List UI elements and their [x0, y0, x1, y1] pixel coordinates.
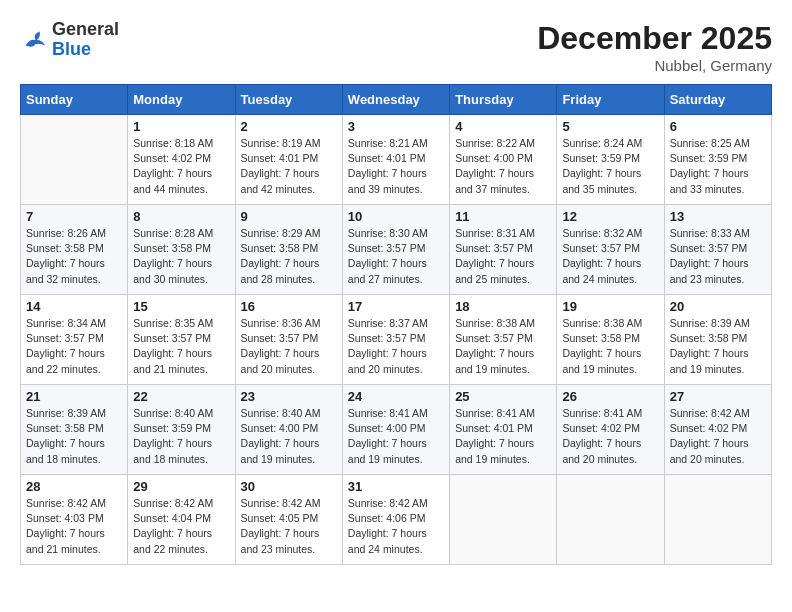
calendar-week-row: 28Sunrise: 8:42 AMSunset: 4:03 PMDayligh…: [21, 475, 772, 565]
calendar-table: SundayMondayTuesdayWednesdayThursdayFrid…: [20, 84, 772, 565]
calendar-cell: 12Sunrise: 8:32 AMSunset: 3:57 PMDayligh…: [557, 205, 664, 295]
weekday-header-row: SundayMondayTuesdayWednesdayThursdayFrid…: [21, 85, 772, 115]
calendar-cell: 1Sunrise: 8:18 AMSunset: 4:02 PMDaylight…: [128, 115, 235, 205]
logo-text: General Blue: [52, 20, 119, 60]
calendar-cell: [21, 115, 128, 205]
day-info: Sunrise: 8:39 AMSunset: 3:58 PMDaylight:…: [26, 406, 122, 467]
calendar-cell: 10Sunrise: 8:30 AMSunset: 3:57 PMDayligh…: [342, 205, 449, 295]
day-number: 29: [133, 479, 229, 494]
day-number: 1: [133, 119, 229, 134]
calendar-cell: 29Sunrise: 8:42 AMSunset: 4:04 PMDayligh…: [128, 475, 235, 565]
day-info: Sunrise: 8:24 AMSunset: 3:59 PMDaylight:…: [562, 136, 658, 197]
logo-general-text: General: [52, 20, 119, 40]
day-info: Sunrise: 8:31 AMSunset: 3:57 PMDaylight:…: [455, 226, 551, 287]
logo: General Blue: [20, 20, 119, 60]
calendar-cell: 20Sunrise: 8:39 AMSunset: 3:58 PMDayligh…: [664, 295, 771, 385]
day-number: 25: [455, 389, 551, 404]
day-number: 14: [26, 299, 122, 314]
day-number: 4: [455, 119, 551, 134]
day-info: Sunrise: 8:19 AMSunset: 4:01 PMDaylight:…: [241, 136, 337, 197]
day-number: 12: [562, 209, 658, 224]
day-info: Sunrise: 8:30 AMSunset: 3:57 PMDaylight:…: [348, 226, 444, 287]
calendar-cell: 27Sunrise: 8:42 AMSunset: 4:02 PMDayligh…: [664, 385, 771, 475]
day-info: Sunrise: 8:37 AMSunset: 3:57 PMDaylight:…: [348, 316, 444, 377]
day-info: Sunrise: 8:36 AMSunset: 3:57 PMDaylight:…: [241, 316, 337, 377]
calendar-header: SundayMondayTuesdayWednesdayThursdayFrid…: [21, 85, 772, 115]
day-info: Sunrise: 8:41 AMSunset: 4:00 PMDaylight:…: [348, 406, 444, 467]
day-number: 8: [133, 209, 229, 224]
calendar-cell: [450, 475, 557, 565]
calendar-body: 1Sunrise: 8:18 AMSunset: 4:02 PMDaylight…: [21, 115, 772, 565]
calendar-cell: [557, 475, 664, 565]
calendar-cell: 6Sunrise: 8:25 AMSunset: 3:59 PMDaylight…: [664, 115, 771, 205]
day-info: Sunrise: 8:34 AMSunset: 3:57 PMDaylight:…: [26, 316, 122, 377]
weekday-header-friday: Friday: [557, 85, 664, 115]
day-number: 15: [133, 299, 229, 314]
day-info: Sunrise: 8:28 AMSunset: 3:58 PMDaylight:…: [133, 226, 229, 287]
calendar-cell: 25Sunrise: 8:41 AMSunset: 4:01 PMDayligh…: [450, 385, 557, 475]
day-number: 23: [241, 389, 337, 404]
weekday-header-thursday: Thursday: [450, 85, 557, 115]
calendar-cell: 7Sunrise: 8:26 AMSunset: 3:58 PMDaylight…: [21, 205, 128, 295]
calendar-week-row: 21Sunrise: 8:39 AMSunset: 3:58 PMDayligh…: [21, 385, 772, 475]
calendar-cell: 3Sunrise: 8:21 AMSunset: 4:01 PMDaylight…: [342, 115, 449, 205]
day-number: 21: [26, 389, 122, 404]
month-title: December 2025: [537, 20, 772, 57]
day-info: Sunrise: 8:42 AMSunset: 4:02 PMDaylight:…: [670, 406, 766, 467]
location-label: Nubbel, Germany: [537, 57, 772, 74]
day-info: Sunrise: 8:32 AMSunset: 3:57 PMDaylight:…: [562, 226, 658, 287]
day-info: Sunrise: 8:42 AMSunset: 4:03 PMDaylight:…: [26, 496, 122, 557]
calendar-cell: 28Sunrise: 8:42 AMSunset: 4:03 PMDayligh…: [21, 475, 128, 565]
calendar-cell: 15Sunrise: 8:35 AMSunset: 3:57 PMDayligh…: [128, 295, 235, 385]
day-info: Sunrise: 8:40 AMSunset: 3:59 PMDaylight:…: [133, 406, 229, 467]
calendar-cell: 2Sunrise: 8:19 AMSunset: 4:01 PMDaylight…: [235, 115, 342, 205]
calendar-cell: 5Sunrise: 8:24 AMSunset: 3:59 PMDaylight…: [557, 115, 664, 205]
day-number: 9: [241, 209, 337, 224]
calendar-cell: 8Sunrise: 8:28 AMSunset: 3:58 PMDaylight…: [128, 205, 235, 295]
calendar-cell: 31Sunrise: 8:42 AMSunset: 4:06 PMDayligh…: [342, 475, 449, 565]
day-info: Sunrise: 8:41 AMSunset: 4:02 PMDaylight:…: [562, 406, 658, 467]
day-number: 13: [670, 209, 766, 224]
day-number: 24: [348, 389, 444, 404]
day-number: 5: [562, 119, 658, 134]
day-info: Sunrise: 8:42 AMSunset: 4:05 PMDaylight:…: [241, 496, 337, 557]
day-number: 28: [26, 479, 122, 494]
calendar-cell: 22Sunrise: 8:40 AMSunset: 3:59 PMDayligh…: [128, 385, 235, 475]
weekday-header-monday: Monday: [128, 85, 235, 115]
calendar-cell: 17Sunrise: 8:37 AMSunset: 3:57 PMDayligh…: [342, 295, 449, 385]
calendar-cell: 23Sunrise: 8:40 AMSunset: 4:00 PMDayligh…: [235, 385, 342, 475]
calendar-cell: 14Sunrise: 8:34 AMSunset: 3:57 PMDayligh…: [21, 295, 128, 385]
calendar-cell: 13Sunrise: 8:33 AMSunset: 3:57 PMDayligh…: [664, 205, 771, 295]
day-number: 31: [348, 479, 444, 494]
calendar-week-row: 7Sunrise: 8:26 AMSunset: 3:58 PMDaylight…: [21, 205, 772, 295]
calendar-cell: 16Sunrise: 8:36 AMSunset: 3:57 PMDayligh…: [235, 295, 342, 385]
day-number: 26: [562, 389, 658, 404]
day-number: 11: [455, 209, 551, 224]
title-section: December 2025 Nubbel, Germany: [537, 20, 772, 74]
day-info: Sunrise: 8:22 AMSunset: 4:00 PMDaylight:…: [455, 136, 551, 197]
calendar-cell: 24Sunrise: 8:41 AMSunset: 4:00 PMDayligh…: [342, 385, 449, 475]
day-info: Sunrise: 8:21 AMSunset: 4:01 PMDaylight:…: [348, 136, 444, 197]
day-number: 22: [133, 389, 229, 404]
day-number: 20: [670, 299, 766, 314]
day-info: Sunrise: 8:25 AMSunset: 3:59 PMDaylight:…: [670, 136, 766, 197]
day-number: 10: [348, 209, 444, 224]
weekday-header-tuesday: Tuesday: [235, 85, 342, 115]
page-header: General Blue December 2025 Nubbel, Germa…: [20, 20, 772, 74]
day-number: 7: [26, 209, 122, 224]
calendar-cell: 30Sunrise: 8:42 AMSunset: 4:05 PMDayligh…: [235, 475, 342, 565]
day-number: 18: [455, 299, 551, 314]
day-info: Sunrise: 8:39 AMSunset: 3:58 PMDaylight:…: [670, 316, 766, 377]
calendar-week-row: 1Sunrise: 8:18 AMSunset: 4:02 PMDaylight…: [21, 115, 772, 205]
weekday-header-saturday: Saturday: [664, 85, 771, 115]
logo-blue-text: Blue: [52, 40, 119, 60]
day-number: 30: [241, 479, 337, 494]
day-number: 2: [241, 119, 337, 134]
day-number: 19: [562, 299, 658, 314]
calendar-cell: 19Sunrise: 8:38 AMSunset: 3:58 PMDayligh…: [557, 295, 664, 385]
day-number: 3: [348, 119, 444, 134]
calendar-cell: [664, 475, 771, 565]
calendar-cell: 4Sunrise: 8:22 AMSunset: 4:00 PMDaylight…: [450, 115, 557, 205]
day-number: 17: [348, 299, 444, 314]
day-info: Sunrise: 8:38 AMSunset: 3:57 PMDaylight:…: [455, 316, 551, 377]
